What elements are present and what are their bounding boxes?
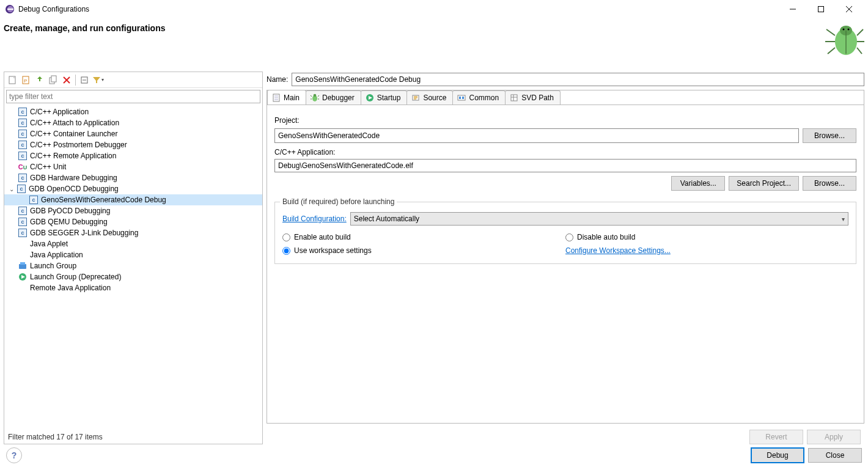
tab-debugger[interactable]: Debugger — [306, 90, 361, 105]
launch-group-icon — [18, 261, 28, 271]
tab-common[interactable]: Common — [452, 90, 506, 105]
blank-icon — [18, 250, 28, 260]
variables-button[interactable]: Variables... — [671, 176, 725, 191]
export-btn[interactable] — [34, 74, 46, 86]
tab-label: Main — [284, 94, 300, 102]
tree-item[interactable]: Launch Group (Deprecated) — [4, 271, 262, 282]
tab-source[interactable]: Source — [406, 90, 453, 105]
svg-line-37 — [318, 95, 319, 97]
browse-app-button[interactable]: Browse... — [803, 176, 856, 191]
tree-item[interactable]: cGenoSensWithGeneratedCode Debug — [4, 194, 262, 205]
play-icon — [18, 272, 28, 282]
minimize-button[interactable] — [779, 0, 807, 18]
collapse-all-btn[interactable] — [78, 74, 90, 86]
common-tab-icon — [457, 93, 466, 103]
config-tree[interactable]: cC/C++ ApplicationcC/C++ Attach to Appli… — [4, 105, 262, 430]
svg-rect-28 — [20, 262, 25, 265]
build-section: Build (if required) before launching Bui… — [274, 202, 856, 264]
c-config-icon: c — [17, 184, 26, 194]
tab-label: SVD Path — [521, 94, 554, 102]
maximize-button[interactable] — [807, 0, 835, 18]
tree-item[interactable]: CUC/C++ Unit — [4, 161, 262, 172]
tree-item-label: GDB QEMU Debugging — [30, 218, 108, 226]
c-config-icon: c — [18, 118, 28, 128]
help-button[interactable]: ? — [6, 447, 22, 463]
filter-input-wrapper[interactable] — [6, 90, 260, 103]
tree-item[interactable]: cC/C++ Remote Application — [4, 150, 262, 161]
delete-btn[interactable] — [61, 74, 73, 86]
debug-button[interactable]: Debug — [751, 447, 804, 463]
filter-input[interactable] — [9, 92, 257, 101]
svg-point-16 — [843, 29, 845, 31]
c-config-icon: c — [18, 140, 28, 150]
tree-item-label: C/C++ Postmortem Debugger — [30, 141, 127, 149]
tab-label: Source — [423, 94, 446, 102]
tree-item[interactable]: cGDB PyOCD Debugging — [4, 205, 262, 216]
tab-svd[interactable]: SVD Path — [505, 90, 561, 105]
svg-rect-46 — [459, 97, 461, 99]
debugger-tab-icon — [310, 93, 320, 103]
tree-item-label: C/C++ Remote Application — [30, 152, 116, 160]
duplicate-btn[interactable] — [47, 74, 59, 86]
eclipse-icon — [5, 4, 15, 14]
tree-item[interactable]: cGDB Hardware Debugging — [4, 172, 262, 183]
blank-icon — [18, 239, 28, 249]
tree-item[interactable]: cC/C++ Container Launcher — [4, 128, 262, 139]
header-title: Create, manage, and run configurations — [4, 23, 822, 33]
svg-rect-48 — [511, 95, 517, 101]
tree-item-label: GDB PyOCD Debugging — [30, 207, 110, 215]
svg-line-36 — [311, 95, 312, 97]
application-input[interactable] — [274, 159, 856, 172]
tree-expander-icon[interactable]: ⌄ — [8, 186, 15, 193]
svg-point-17 — [848, 29, 850, 31]
close-window-button[interactable] — [835, 0, 863, 18]
tree-item[interactable]: cGDB SEGGER J-Link Debugging — [4, 227, 262, 238]
c-config-icon: c — [18, 107, 28, 117]
svg-rect-4 — [818, 7, 824, 12]
svg-rect-2 — [7, 9, 13, 10]
tree-item[interactable]: Launch Group — [4, 260, 262, 271]
use-workspace-radio[interactable]: Use workspace settings — [282, 246, 565, 255]
browse-project-button[interactable]: Browse... — [803, 128, 856, 143]
tree-item-label: GDB OpenOCD Debugging — [29, 185, 119, 193]
tab-content-main: Project: Browse... C/C++ Application: Va… — [267, 105, 864, 423]
tree-item[interactable]: ⌄cGDB OpenOCD Debugging — [4, 183, 262, 194]
filter-btn[interactable]: ▾ — [92, 74, 104, 86]
tree-item-label: C/C++ Container Launcher — [30, 130, 117, 138]
new-prototype-btn[interactable]: P — [20, 74, 32, 86]
tree-item[interactable]: Remote Java Application — [4, 282, 262, 293]
tree-item-label: GDB Hardware Debugging — [30, 174, 117, 182]
c-config-icon: c — [18, 129, 28, 139]
tree-item[interactable]: cC/C++ Application — [4, 106, 262, 117]
new-configuration-btn[interactable] — [7, 74, 19, 86]
dialog-footer: ? Debug Close — [0, 441, 868, 470]
tab-startup[interactable]: Startup — [361, 90, 408, 105]
project-label: Project: — [274, 116, 856, 125]
configure-workspace-link[interactable]: Configure Workspace Settings... — [565, 246, 671, 255]
search-project-button[interactable]: Search Project... — [729, 176, 799, 191]
svg-rect-45 — [458, 95, 465, 100]
tree-item[interactable]: Java Applet — [4, 238, 262, 249]
disable-auto-build-radio[interactable]: Disable auto build — [565, 233, 848, 241]
svg-text:P: P — [24, 78, 27, 84]
tree-item[interactable]: cC/C++ Attach to Application — [4, 117, 262, 128]
close-button[interactable]: Close — [808, 448, 862, 463]
c-config-icon: c — [18, 173, 28, 183]
tree-item-label: Java Application — [30, 251, 83, 259]
project-input[interactable] — [274, 128, 799, 143]
build-configuration-select[interactable]: Select Automatically — [350, 212, 848, 226]
svg-line-11 — [828, 48, 835, 54]
bug-decoration-icon — [822, 23, 864, 57]
name-input[interactable] — [292, 73, 864, 86]
tree-item[interactable]: cC/C++ Postmortem Debugger — [4, 139, 262, 150]
tree-item[interactable]: Java Application — [4, 249, 262, 260]
build-section-title: Build (if required) before launching — [280, 197, 397, 206]
tab-main[interactable]: Main — [267, 90, 306, 105]
tree-item-label: Launch Group (Deprecated) — [30, 273, 121, 281]
tab-label: Debugger — [322, 94, 355, 102]
build-configuration-label[interactable]: Build Configuration: — [282, 215, 347, 223]
enable-auto-build-radio[interactable]: Enable auto build — [282, 233, 565, 241]
tree-item[interactable]: cGDB QEMU Debugging — [4, 216, 262, 227]
tree-item-label: GenoSensWithGeneratedCode Debug — [41, 196, 166, 204]
tree-item-label: Launch Group — [30, 262, 76, 270]
